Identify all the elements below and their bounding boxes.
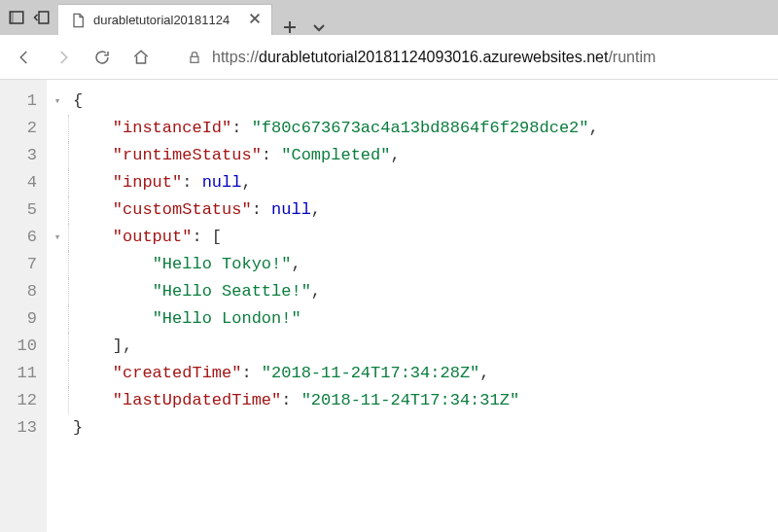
- svg-rect-1: [10, 12, 14, 23]
- json-string: "Completed": [281, 146, 390, 164]
- code-area[interactable]: { "instanceId": "f80c673673ac4a13bd8864f…: [68, 80, 778, 532]
- nav-toolbar: https://durabletutorial20181124093016.az…: [0, 35, 778, 80]
- line-number: 6: [0, 224, 37, 251]
- json-string: "Hello London!": [153, 309, 301, 328]
- forward-button[interactable]: [54, 49, 72, 66]
- lock-icon: [187, 50, 202, 65]
- url-host: durabletutorial20181124093016.azurewebsi…: [259, 49, 608, 65]
- line-number: 2: [0, 115, 37, 142]
- json-string: "f80c673673ac4a13bd8864f6f298dce2": [252, 119, 589, 137]
- new-tab-button[interactable]: [282, 19, 298, 35]
- svg-rect-2: [39, 12, 49, 23]
- json-null: null: [271, 200, 311, 219]
- json-key: "input": [113, 173, 182, 192]
- brace-open: {: [73, 91, 83, 110]
- line-number: 12: [0, 387, 37, 414]
- tabs-aside-icon[interactable]: [8, 9, 25, 26]
- line-number: 10: [0, 333, 37, 360]
- json-key: "customStatus": [113, 200, 252, 219]
- tab-actions: [272, 19, 336, 35]
- refresh-button[interactable]: [93, 49, 111, 66]
- fold-toggle[interactable]: ▾: [47, 224, 68, 251]
- line-number: 1: [0, 88, 37, 115]
- line-number: 9: [0, 305, 37, 333]
- line-number: 5: [0, 196, 37, 224]
- line-number: 8: [0, 278, 37, 305]
- fold-gutter: ▾ ▾: [47, 80, 68, 532]
- line-number: 3: [0, 142, 37, 169]
- json-key: "lastUpdatedTime": [113, 391, 281, 409]
- tabstrip-left-icons: [0, 0, 58, 35]
- line-number-gutter: 1 2 3 4 5 6 7 8 9 10 11 12 13: [0, 80, 47, 532]
- url-path: /runtim: [608, 49, 655, 65]
- file-icon: [70, 13, 86, 28]
- browser-tab-active[interactable]: durabletutorial20181124: [58, 4, 272, 35]
- url-text: https://durabletutorial20181124093016.az…: [212, 49, 655, 66]
- json-key: "instanceId": [113, 119, 231, 137]
- line-number: 11: [0, 360, 37, 387]
- json-string: "2018-11-24T17:34:28Z": [262, 364, 479, 382]
- window-tabstrip: durabletutorial20181124: [0, 0, 778, 35]
- home-button[interactable]: [132, 49, 150, 66]
- url-scheme: https://: [212, 49, 259, 65]
- json-string: "Hello Tokyo!": [153, 255, 292, 273]
- back-button[interactable]: [16, 49, 33, 66]
- brace-close: }: [73, 418, 83, 437]
- json-viewer: 1 2 3 4 5 6 7 8 9 10 11 12 13 ▾ ▾ { "ins…: [0, 80, 778, 532]
- line-number: 7: [0, 251, 37, 278]
- tab-close-button[interactable]: [248, 12, 262, 28]
- json-key: "createdTime": [113, 364, 242, 382]
- json-key: "runtimeStatus": [113, 146, 262, 164]
- json-key: "output": [113, 228, 193, 246]
- line-number: 13: [0, 414, 37, 442]
- json-string: "2018-11-24T17:34:31Z": [301, 391, 519, 409]
- set-aside-icon[interactable]: [33, 9, 51, 26]
- bracket-close: ],: [113, 337, 132, 355]
- bracket-open: [: [212, 228, 222, 246]
- tab-title: durabletutorial20181124: [93, 13, 230, 27]
- line-number: 4: [0, 169, 37, 196]
- tab-dropdown-button[interactable]: [311, 19, 327, 35]
- address-bar[interactable]: https://durabletutorial20181124093016.az…: [181, 49, 762, 66]
- svg-rect-3: [191, 56, 198, 62]
- json-null: null: [202, 173, 242, 192]
- json-string: "Hello Seattle!": [153, 282, 311, 301]
- tab-list: durabletutorial20181124: [58, 0, 778, 35]
- fold-toggle[interactable]: ▾: [47, 88, 68, 115]
